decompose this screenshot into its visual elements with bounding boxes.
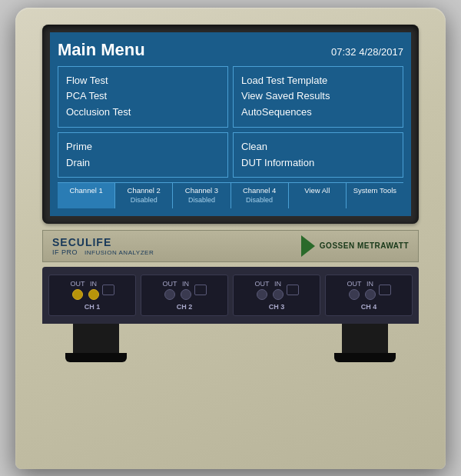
channel-block-2: OUT IN CH 2	[141, 275, 228, 316]
tab-ch4-sublabel: Disabled	[233, 196, 287, 205]
tab-ch2-sublabel: Disabled	[117, 196, 171, 205]
device-legs	[42, 324, 419, 362]
brand-manufacturer: GOSSEN METRAWATT	[320, 241, 409, 250]
channel-block-1: OUT IN CH 1	[48, 275, 136, 316]
menu-item-flow-test[interactable]: Flow Test	[66, 73, 220, 89]
ch3-socket[interactable]	[287, 285, 299, 295]
screen-title: Main Menu	[58, 40, 145, 60]
ch3-in-port[interactable]	[273, 289, 284, 300]
tab-bar: Channel 1 Channel 2 Disabled Channel 3 D…	[58, 182, 403, 208]
ch2-socket[interactable]	[194, 285, 207, 295]
ch1-in-port[interactable]	[88, 289, 99, 300]
ch4-out-port[interactable]	[349, 289, 360, 300]
menu-item-load-test[interactable]: Load Test Template	[241, 73, 395, 89]
ch4-in-label: IN	[366, 280, 373, 288]
brand-name: SECULIFE	[52, 236, 154, 248]
brand-product-name: IF PRO	[52, 248, 78, 256]
menu-item-clean[interactable]: Clean	[241, 139, 395, 155]
tab-channel-1[interactable]: Channel 1	[58, 183, 115, 208]
menu-grid: Flow Test PCA Test Occlusion Test Load T…	[58, 66, 403, 178]
device-body: Main Menu 07:32 4/28/2017 Flow Test PCA …	[15, 8, 446, 469]
menu-item-prime[interactable]: Prime	[66, 139, 220, 155]
device-leg-right	[342, 324, 388, 362]
ch3-label: CH 3	[269, 303, 285, 311]
ch2-out-port[interactable]	[164, 289, 175, 300]
channel-block-4: OUT IN CH 4	[325, 275, 413, 316]
menu-item-occlusion-test[interactable]: Occlusion Test	[66, 105, 220, 121]
tab-ch2-label: Channel 2	[128, 186, 161, 195]
ch4-socket[interactable]	[379, 285, 391, 295]
ch4-ports: OUT IN	[347, 280, 391, 300]
tab-system-tools[interactable]: System Tools	[347, 183, 403, 208]
menu-item-autosequences[interactable]: AutoSequences	[241, 105, 395, 121]
tab-systemtools-label: System Tools	[353, 186, 396, 195]
ch2-in-port[interactable]	[181, 289, 191, 300]
ch1-ports: OUT IN	[71, 280, 114, 300]
ch2-in-label: IN	[182, 280, 189, 288]
ch2-label: CH 2	[177, 303, 193, 311]
tab-channel-2[interactable]: Channel 2 Disabled	[115, 183, 173, 208]
ch4-out-label: OUT	[347, 280, 362, 288]
ch2-ports: OUT IN	[163, 280, 207, 300]
device-leg-left	[73, 324, 119, 362]
menu-cell-clean[interactable]: Clean DUT Information	[233, 132, 403, 178]
tab-ch1-label: Channel 1	[69, 186, 102, 195]
bottom-panel: OUT IN CH 1 OUT IN	[42, 267, 419, 324]
ch1-out-port[interactable]	[72, 289, 83, 300]
brand-right: GOSSEN METRAWATT	[301, 235, 409, 257]
tab-viewall-label: View All	[304, 186, 330, 195]
menu-item-dut-info[interactable]: DUT Information	[241, 155, 395, 171]
brand-strip: SECULIFE IF PRO INFUSION ANALYZER GOSSEN…	[42, 230, 419, 262]
tab-view-all[interactable]: View All	[289, 183, 347, 208]
screen: Main Menu 07:32 4/28/2017 Flow Test PCA …	[50, 32, 411, 216]
screen-datetime: 07:32 4/28/2017	[331, 46, 403, 58]
brand-product: IF PRO INFUSION ANALYZER	[52, 248, 154, 256]
ch3-in-label: IN	[274, 280, 281, 288]
ch3-ports: OUT IN	[255, 280, 299, 300]
menu-cell-templates[interactable]: Load Test Template View Saved Results Au…	[233, 66, 403, 128]
ch1-in-label: IN	[90, 280, 97, 288]
gossen-chevron-icon	[301, 235, 315, 257]
menu-item-drain[interactable]: Drain	[66, 155, 220, 171]
tab-ch4-label: Channel 4	[243, 186, 276, 195]
menu-cell-prime[interactable]: Prime Drain	[58, 132, 228, 178]
ch1-socket[interactable]	[102, 285, 114, 295]
ch1-label: CH 1	[85, 303, 101, 311]
tab-channel-3[interactable]: Channel 3 Disabled	[173, 183, 230, 208]
channel-block-3: OUT IN CH 3	[233, 275, 320, 316]
ch3-out-port[interactable]	[257, 289, 267, 300]
ch2-out-label: OUT	[163, 280, 177, 288]
ch3-out-label: OUT	[255, 280, 270, 288]
menu-item-pca-test[interactable]: PCA Test	[66, 88, 220, 105]
screen-bezel: Main Menu 07:32 4/28/2017 Flow Test PCA …	[42, 25, 419, 224]
tab-ch3-label: Channel 3	[185, 186, 218, 195]
brand-sub: INFUSION ANALYZER	[85, 249, 154, 256]
screen-header: Main Menu 07:32 4/28/2017	[58, 40, 403, 60]
tab-ch3-sublabel: Disabled	[174, 196, 228, 205]
ch4-in-port[interactable]	[365, 289, 376, 300]
menu-cell-flow[interactable]: Flow Test PCA Test Occlusion Test	[58, 66, 228, 128]
tab-channel-4[interactable]: Channel 4 Disabled	[231, 183, 289, 208]
menu-item-view-saved[interactable]: View Saved Results	[241, 88, 395, 105]
ch4-label: CH 4	[361, 303, 377, 311]
ch1-out-label: OUT	[71, 280, 85, 288]
brand-left: SECULIFE IF PRO INFUSION ANALYZER	[52, 236, 154, 256]
